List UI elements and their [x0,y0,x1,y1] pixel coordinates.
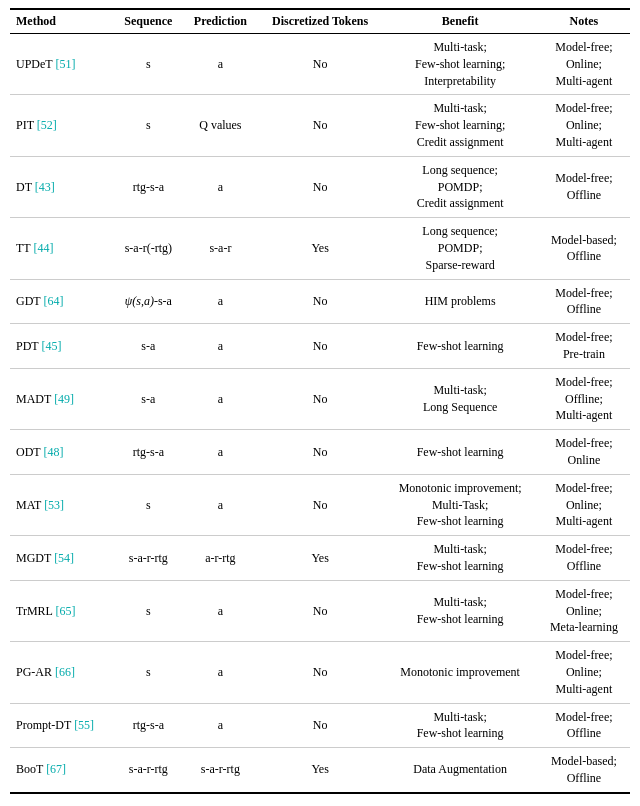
cell-method: PG-AR [66] [10,642,114,703]
cell-prediction: a [183,580,258,641]
cell-method: ODT [48] [10,430,114,475]
cell-discretized: No [258,430,383,475]
cell-notes: Model-free;Online;Meta-learning [538,580,630,641]
cell-sequence: s-a-r(-rtg) [114,218,183,279]
col-benefit: Benefit [382,9,537,34]
cell-benefit: Multi-task;Few-shot learning;Credit assi… [382,95,537,156]
table-row: PG-AR [66]saNoMonotonic improvementModel… [10,642,630,703]
cell-sequence: s [114,580,183,641]
cell-benefit: Data Augmentation [382,748,537,793]
cell-notes: Model-free;Offline [538,279,630,324]
cell-benefit: Multi-task;Few-shot learning [382,703,537,748]
cell-prediction: a [183,703,258,748]
cell-notes: Model-based;Offline [538,748,630,793]
cell-notes: Model-free;Online;Multi-agent [538,642,630,703]
cell-benefit: Multi-task;Few-shot learning [382,536,537,581]
citation-ref: [49] [54,392,74,406]
cell-prediction: s-a-r [183,218,258,279]
table-row: TT [44]s-a-r(-rtg)s-a-rYesLong sequence;… [10,218,630,279]
cell-discretized: No [258,156,383,217]
table-row: Prompt-DT [55]rtg-s-aaNoMulti-task;Few-s… [10,703,630,748]
citation-ref: [44] [33,241,53,255]
cell-benefit: Few-shot learning [382,430,537,475]
cell-benefit: Monotonic improvement;Multi-Task;Few-sho… [382,474,537,535]
cell-prediction: a [183,368,258,429]
cell-discretized: No [258,324,383,369]
comparison-table: Method Sequence Prediction Discretized T… [10,8,630,794]
citation-ref: [43] [35,180,55,194]
cell-method: PDT [45] [10,324,114,369]
citation-ref: [65] [55,604,75,618]
cell-discretized: No [258,34,383,95]
cell-benefit: Multi-task;Few-shot learning [382,580,537,641]
cell-discretized: No [258,95,383,156]
cell-prediction: a [183,324,258,369]
col-sequence: Sequence [114,9,183,34]
citation-ref: [67] [46,762,66,776]
cell-sequence: s-a [114,368,183,429]
table-row: ODT [48]rtg-s-aaNoFew-shot learningModel… [10,430,630,475]
cell-sequence: s-a [114,324,183,369]
cell-method: UPDeT [51] [10,34,114,95]
col-prediction: Prediction [183,9,258,34]
table-row: MGDT [54]s-a-r-rtga-r-rtgYesMulti-task;F… [10,536,630,581]
table-row: DT [43]rtg-s-aaNoLong sequence;POMDP;Cre… [10,156,630,217]
table-row: GDT [64]ψ(s,a)-s-aaNoHIM problemsModel-f… [10,279,630,324]
cell-method: PIT [52] [10,95,114,156]
cell-benefit: Multi-task;Few-shot learning;Interpretab… [382,34,537,95]
citation-ref: [55] [74,718,94,732]
col-notes: Notes [538,9,630,34]
citation-ref: [51] [55,57,75,71]
citation-ref: [53] [44,498,64,512]
cell-benefit: Long sequence;POMDP;Credit assignment [382,156,537,217]
cell-sequence: s [114,95,183,156]
cell-notes: Model-free;Offline;Multi-agent [538,368,630,429]
cell-method: TrMRL [65] [10,580,114,641]
cell-notes: Model-free;Online;Multi-agent [538,95,630,156]
cell-sequence: ψ(s,a)-s-a [114,279,183,324]
citation-ref: [66] [55,665,75,679]
cell-sequence: rtg-s-a [114,156,183,217]
table-row: MADT [49]s-aaNoMulti-task;Long SequenceM… [10,368,630,429]
cell-benefit: Monotonic improvement [382,642,537,703]
cell-discretized: No [258,642,383,703]
cell-notes: Model-free;Online [538,430,630,475]
cell-notes: Model-free;Offline [538,703,630,748]
cell-sequence: rtg-s-a [114,703,183,748]
citation-ref: [52] [37,118,57,132]
cell-prediction: a [183,430,258,475]
cell-sequence: s-a-r-rtg [114,748,183,793]
cell-benefit: HIM problems [382,279,537,324]
cell-prediction: a [183,279,258,324]
cell-benefit: Few-shot learning [382,324,537,369]
cell-discretized: Yes [258,218,383,279]
table-row: BooT [67]s-a-r-rtgs-a-r-rtgYesData Augme… [10,748,630,793]
cell-discretized: No [258,580,383,641]
cell-method: MADT [49] [10,368,114,429]
citation-ref: [45] [41,339,61,353]
cell-prediction: a [183,34,258,95]
cell-method: TT [44] [10,218,114,279]
citation-ref: [54] [54,551,74,565]
col-method: Method [10,9,114,34]
cell-sequence: s-a-r-rtg [114,536,183,581]
cell-sequence: s [114,474,183,535]
table-header-row: Method Sequence Prediction Discretized T… [10,9,630,34]
cell-method: GDT [64] [10,279,114,324]
cell-discretized: No [258,474,383,535]
cell-sequence: s [114,642,183,703]
cell-prediction: Q values [183,95,258,156]
cell-prediction: a [183,156,258,217]
table-row: PIT [52]sQ valuesNoMulti-task;Few-shot l… [10,95,630,156]
cell-discretized: Yes [258,748,383,793]
cell-notes: Model-free;Offline [538,536,630,581]
cell-sequence: rtg-s-a [114,430,183,475]
cell-discretized: Yes [258,536,383,581]
citation-ref: [48] [43,445,63,459]
cell-prediction: a [183,642,258,703]
cell-discretized: No [258,703,383,748]
table-row: MAT [53]saNoMonotonic improvement;Multi-… [10,474,630,535]
cell-notes: Model-free;Pre-train [538,324,630,369]
cell-prediction: s-a-r-rtg [183,748,258,793]
cell-prediction: a [183,474,258,535]
